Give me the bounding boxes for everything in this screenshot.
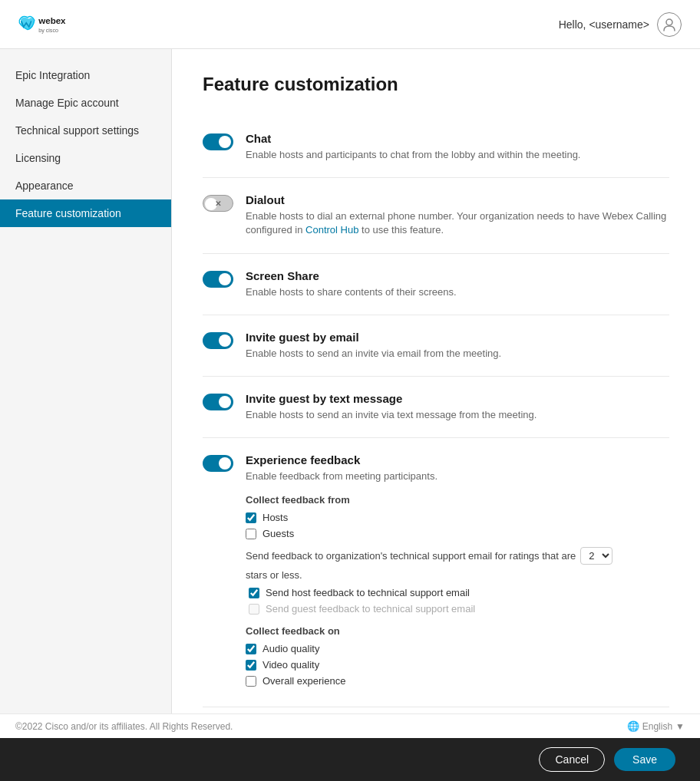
checkbox-label-guests: Guests (262, 528, 294, 539)
avatar-icon (662, 17, 677, 32)
checkbox-label-audio-quality: Audio quality (262, 643, 319, 654)
feature-title-invite-text: Invite guest by text message (246, 392, 669, 405)
checkbox-label-overall-experience: Overall experience (262, 675, 345, 687)
feature-row-chat: Chat Enable hosts and participants to ch… (203, 117, 669, 178)
feature-content-chat: Chat Enable hosts and participants to ch… (246, 132, 669, 162)
toggle-slider-dialout: ✕ (203, 195, 233, 212)
toggle-screen-share[interactable] (203, 271, 233, 288)
collect-on-label: Collect feedback on (246, 625, 669, 637)
checkbox-row-send-host: Send host feedback to technical support … (249, 587, 669, 598)
checkbox-row-audio-quality: Audio quality (246, 643, 669, 654)
feature-title-screen-share: Screen Share (246, 269, 669, 282)
feature-content-invite-email: Invite guest by email Enable hosts to se… (246, 331, 669, 361)
feedback-sub-section: Collect feedback from Hosts Guests Send … (246, 494, 669, 687)
sidebar: Epic Integration Manage Epic account Tec… (0, 49, 172, 750)
toggle-slider-screen-share (203, 271, 233, 288)
user-avatar[interactable] (657, 12, 682, 37)
toggle-invite-text[interactable] (203, 394, 233, 410)
sidebar-item-appearance[interactable]: Appearance (0, 172, 171, 199)
sidebar-item-licensing[interactable]: Licensing (0, 144, 171, 172)
feature-content-screen-share: Screen Share Enable hosts to share conte… (246, 269, 669, 299)
toggle-slider-invite-text (203, 394, 233, 410)
cancel-button[interactable]: Cancel (539, 747, 605, 772)
svg-text:by cisco: by cisco (38, 28, 58, 34)
checkbox-send-guest[interactable] (249, 604, 259, 615)
main-content: Feature customization Chat Enable hosts … (172, 49, 700, 781)
language-label: English (642, 721, 672, 732)
feature-desc-invite-email: Enable hosts to send an invite via email… (246, 347, 669, 361)
save-button[interactable]: Save (614, 748, 675, 771)
control-hub-link[interactable]: Control Hub (305, 224, 358, 236)
toggle-dialout[interactable]: ✕ (203, 195, 233, 212)
toggle-slider-experience-feedback (203, 455, 233, 472)
toggle-experience-feedback[interactable] (203, 455, 233, 472)
checkbox-video-quality[interactable] (246, 660, 256, 671)
checkbox-guests[interactable] (246, 529, 256, 539)
dialout-desc-post: to use this feature. (358, 224, 444, 236)
body-wrapper: Epic Integration Manage Epic account Tec… (0, 49, 700, 781)
toggle-invite-email[interactable] (203, 332, 233, 349)
feature-row-invite-email: Invite guest by email Enable hosts to se… (203, 315, 669, 377)
checkbox-row-send-guest: Send guest feedback to technical support… (249, 603, 669, 615)
checkbox-label-hosts: Hosts (262, 512, 288, 523)
feature-desc-experience-feedback: Enable feedback from meeting participant… (246, 470, 669, 483)
checkbox-overall-experience[interactable] (246, 676, 256, 687)
feature-desc-dialout: Enable hosts to dial an external phone n… (246, 209, 669, 237)
send-feedback-list: Send host feedback to technical support … (249, 587, 669, 615)
header: webex by cisco Hello, <username> (0, 0, 700, 49)
checkbox-row-guests: Guests (246, 528, 669, 539)
feature-content-experience-feedback: Experience feedback Enable feedback from… (246, 453, 669, 691)
collect-on-section: Collect feedback on Audio quality Video … (246, 625, 669, 687)
language-selector[interactable]: 🌐 English ▼ (627, 720, 685, 732)
footer: ©2022 Cisco and/or its affiliates. All R… (0, 713, 700, 738)
logo: webex by cisco (12, 9, 104, 40)
toggle-slider-chat (203, 133, 233, 150)
feature-row-experience-feedback: Experience feedback Enable feedback from… (203, 438, 669, 707)
webex-logo-svg: webex by cisco (12, 9, 104, 40)
feature-title-experience-feedback: Experience feedback (246, 453, 669, 466)
greeting-text: Hello, <username> (559, 18, 649, 31)
toggle-knob-screen-share (219, 273, 231, 285)
sidebar-item-manage-epic-account[interactable]: Manage Epic account (0, 89, 171, 117)
sidebar-item-epic-integration[interactable]: Epic Integration (0, 61, 171, 89)
svg-text:webex: webex (38, 15, 66, 25)
checkbox-hosts[interactable] (246, 512, 256, 523)
copyright-text: ©2022 Cisco and/or its affiliates. All R… (15, 721, 233, 732)
feature-row-dialout: ✕ Dialout Enable hosts to dial an extern… (203, 178, 669, 253)
checkbox-row-video-quality: Video quality (246, 659, 669, 671)
feature-row-screen-share: Screen Share Enable hosts to share conte… (203, 254, 669, 315)
checkbox-label-send-guest: Send guest feedback to technical support… (266, 603, 475, 615)
feature-title-chat: Chat (246, 132, 669, 145)
toggle-slider-invite-email (203, 332, 233, 349)
feature-content-dialout: Dialout Enable hosts to dial an external… (246, 193, 669, 237)
toggle-knob-invite-text (219, 396, 231, 408)
stars-pre-text: Send feedback to organization's technica… (246, 550, 576, 562)
toggle-knob-chat (219, 136, 231, 148)
sidebar-item-feature-customization[interactable]: Feature customization (0, 199, 171, 227)
toggle-knob-experience-feedback (219, 457, 231, 470)
bottom-action-bar: Cancel Save (0, 738, 700, 781)
stars-select[interactable]: 1 2 3 4 5 (580, 547, 612, 565)
feature-desc-invite-text: Enable hosts to send an invite via text … (246, 408, 669, 422)
checkbox-label-send-host: Send host feedback to technical support … (266, 587, 470, 598)
stars-post-text: stars or less. (246, 569, 302, 581)
feature-desc-chat: Enable hosts and participants to chat fr… (246, 148, 669, 162)
stars-row: Send feedback to organization's technica… (246, 547, 669, 581)
toggle-chat[interactable] (203, 133, 233, 150)
checkbox-row-overall-experience: Overall experience (246, 675, 669, 687)
chevron-down-icon: ▼ (675, 721, 685, 732)
svg-point-3 (666, 19, 672, 25)
feature-content-invite-text: Invite guest by text message Enable host… (246, 392, 669, 422)
globe-icon: 🌐 (627, 720, 639, 732)
sidebar-item-technical-support-settings[interactable]: Technical support settings (0, 117, 171, 144)
checkbox-label-video-quality: Video quality (262, 659, 319, 671)
page-title: Feature customization (203, 74, 669, 95)
feature-desc-screen-share: Enable hosts to share contents of their … (246, 285, 669, 299)
checkbox-row-hosts: Hosts (246, 512, 669, 523)
header-user-info: Hello, <username> (559, 12, 682, 37)
checkbox-audio-quality[interactable] (246, 644, 256, 654)
feature-title-invite-email: Invite guest by email (246, 331, 669, 344)
feature-row-invite-text: Invite guest by text message Enable host… (203, 377, 669, 438)
collect-from-label: Collect feedback from (246, 494, 669, 506)
checkbox-send-host[interactable] (249, 588, 259, 598)
